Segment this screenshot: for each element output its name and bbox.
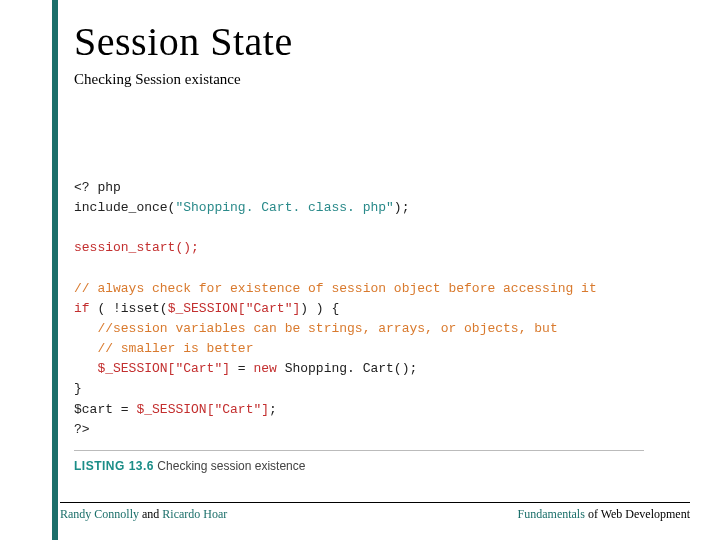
listing-number: LISTING 13.6: [74, 459, 154, 473]
slide: Session State Checking Session existance…: [0, 0, 720, 540]
header-block: Session State Checking Session existance: [74, 18, 690, 88]
code-line: session_start();: [74, 238, 644, 258]
code-blank: [74, 218, 644, 238]
code-token: ) ) {: [300, 301, 339, 316]
code-token: Shopping. Cart();: [277, 361, 417, 376]
footer: Randy Connolly and Ricardo Hoar Fundamen…: [60, 502, 690, 522]
slide-title: Session State: [74, 18, 690, 65]
code-token: $_SESSION["Cart"]: [136, 402, 269, 417]
code-line: if ( !isset($_SESSION["Cart"]) ) {: [74, 299, 644, 319]
listing-caption: Checking session existence: [154, 459, 305, 473]
code-token: new: [253, 361, 276, 376]
code-token: $_SESSION["Cart"]: [168, 301, 301, 316]
book-title-highlight: Fundamentals: [518, 507, 585, 521]
code-line: $cart = $_SESSION["Cart"];: [74, 400, 644, 420]
code-token: ( !isset(: [90, 301, 168, 316]
code-token: );: [394, 200, 410, 215]
book-title-rest: of Web Development: [585, 507, 690, 521]
code-token: =: [230, 361, 253, 376]
code-token: ;: [269, 402, 277, 417]
code-line: include_once("Shopping. Cart. class. php…: [74, 198, 644, 218]
author-name: Ricardo Hoar: [162, 507, 227, 521]
code-line: }: [74, 379, 644, 399]
code-line: ?>: [74, 420, 644, 440]
footer-authors: Randy Connolly and Ricardo Hoar: [60, 507, 227, 522]
slide-subtitle: Checking Session existance: [74, 71, 690, 88]
code-line: // always check for existence of session…: [74, 279, 644, 299]
footer-book: Fundamentals of Web Development: [518, 507, 690, 522]
code-token: if: [74, 301, 90, 316]
accent-bar: [52, 0, 58, 540]
code-token: $cart =: [74, 402, 136, 417]
code-line: // smaller is better: [74, 339, 644, 359]
author-name: Randy Connolly: [60, 507, 139, 521]
author-separator: and: [139, 507, 162, 521]
code-line: //session variables can be strings, arra…: [74, 319, 644, 339]
code-listing: <? php include_once("Shopping. Cart. cla…: [74, 178, 644, 477]
listing-caption-row: LISTING 13.6 Checking session existence: [74, 450, 644, 477]
code-token: include_once(: [74, 200, 175, 215]
code-line: <? php: [74, 178, 644, 198]
code-token: "Shopping. Cart. class. php": [175, 200, 393, 215]
code-line: $_SESSION["Cart"] = new Shopping. Cart()…: [74, 359, 644, 379]
code-token: $_SESSION["Cart"]: [74, 361, 230, 376]
code-blank: [74, 259, 644, 279]
